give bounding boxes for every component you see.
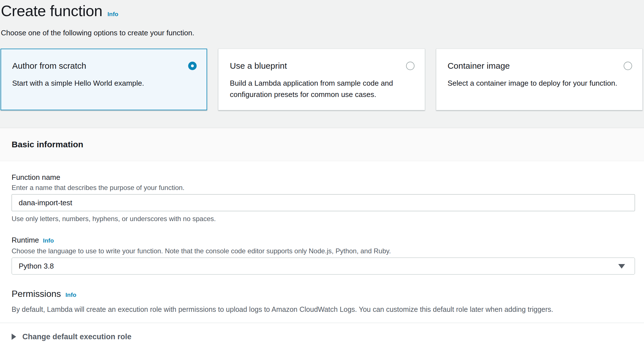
expander-label: Change default execution role — [22, 332, 132, 341]
function-name-label: Function name — [12, 173, 635, 182]
function-name-constraint: Use only letters, numbers, hyphens, or u… — [12, 215, 635, 223]
basic-information-body: Function name Enter a name that describe… — [0, 161, 644, 323]
basic-information-title: Basic information — [12, 140, 83, 149]
runtime-label: Runtime — [12, 236, 39, 244]
option-card-container-image[interactable]: Container image Select a container image… — [436, 49, 643, 110]
function-name-input[interactable] — [12, 194, 635, 211]
runtime-selected-option: Python 3.8 — [19, 262, 54, 271]
runtime-info-link[interactable]: Info — [43, 237, 54, 244]
runtime-description: Choose the language to use to write your… — [12, 247, 635, 255]
function-name-field-group: Function name Enter a name that describe… — [12, 173, 635, 223]
function-name-description: Enter a name that describes the purpose … — [12, 183, 635, 192]
runtime-field-group: RuntimeInfo Choose the language to use t… — [12, 236, 635, 275]
permissions-info-link[interactable]: Info — [65, 291, 76, 298]
option-card-title: Author from scratch — [12, 61, 86, 71]
option-card-description: Start with a simple Hello World example. — [12, 77, 193, 89]
basic-information-container: Basic information Function name Enter a … — [0, 128, 644, 350]
page-header: Create functionInfo Choose one of the fo… — [0, 0, 644, 37]
option-card-author-from-scratch[interactable]: Author from scratch Start with a simple … — [1, 49, 207, 110]
permissions-title: Permissions — [12, 289, 61, 299]
radio-container-image[interactable] — [624, 62, 632, 70]
change-default-execution-role-expander[interactable]: Change default execution role — [0, 323, 644, 350]
basic-information-header: Basic information — [0, 128, 644, 161]
runtime-select[interactable]: Python 3.8 — [12, 258, 635, 275]
permissions-section: PermissionsInfo By default, Lambda will … — [12, 288, 635, 323]
create-function-info-link[interactable]: Info — [108, 11, 118, 17]
radio-author-from-scratch[interactable] — [188, 62, 197, 70]
option-card-use-a-blueprint[interactable]: Use a blueprint Build a Lambda applicati… — [218, 49, 425, 110]
radio-use-a-blueprint[interactable] — [406, 62, 415, 70]
option-card-description: Build a Lambda application from sample c… — [230, 77, 411, 100]
creation-option-cards: Author from scratch Start with a simple … — [1, 49, 643, 110]
page-subtitle: Choose one of the following options to c… — [1, 28, 644, 37]
permissions-description: By default, Lambda will create an execut… — [12, 305, 635, 314]
option-card-description: Select a container image to deploy for y… — [448, 77, 629, 89]
chevron-down-icon — [618, 264, 625, 269]
expand-arrow-icon — [12, 334, 16, 340]
page-title: Create function — [1, 2, 102, 19]
option-card-title: Container image — [448, 61, 510, 71]
option-card-title: Use a blueprint — [230, 61, 287, 71]
